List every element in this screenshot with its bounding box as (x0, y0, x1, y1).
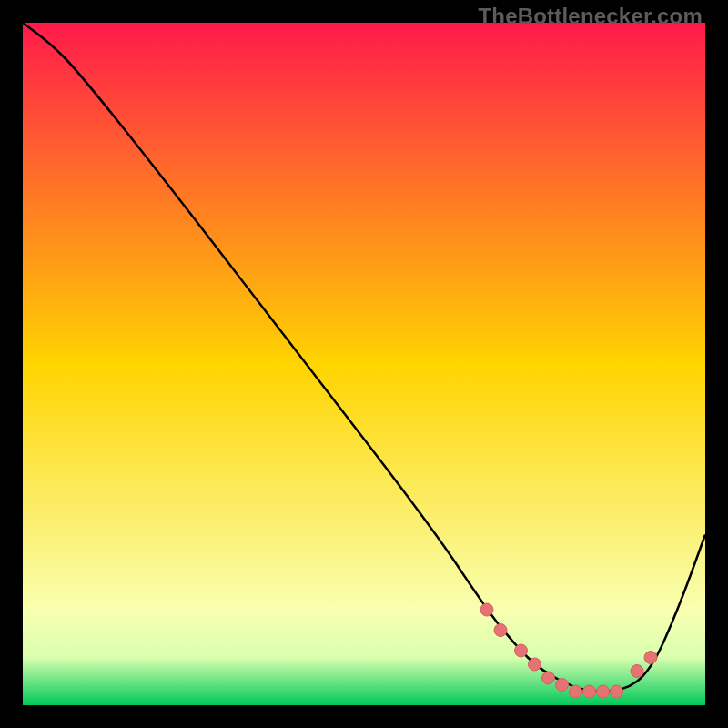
data-marker (570, 685, 582, 698)
watermark-text: TheBottlenecker.com (478, 4, 703, 29)
data-marker (556, 679, 569, 692)
data-marker (480, 603, 493, 616)
data-marker (611, 685, 623, 698)
gradient-bg (23, 23, 705, 705)
data-marker (494, 624, 507, 637)
data-marker (542, 672, 555, 684)
data-marker (583, 685, 596, 698)
chart-svg (23, 23, 705, 705)
data-marker (631, 665, 643, 678)
data-marker (597, 685, 610, 698)
data-marker (529, 658, 541, 671)
data-marker (515, 644, 528, 657)
data-marker (644, 652, 657, 664)
chart-stage: TheBottlenecker.com (0, 0, 728, 728)
